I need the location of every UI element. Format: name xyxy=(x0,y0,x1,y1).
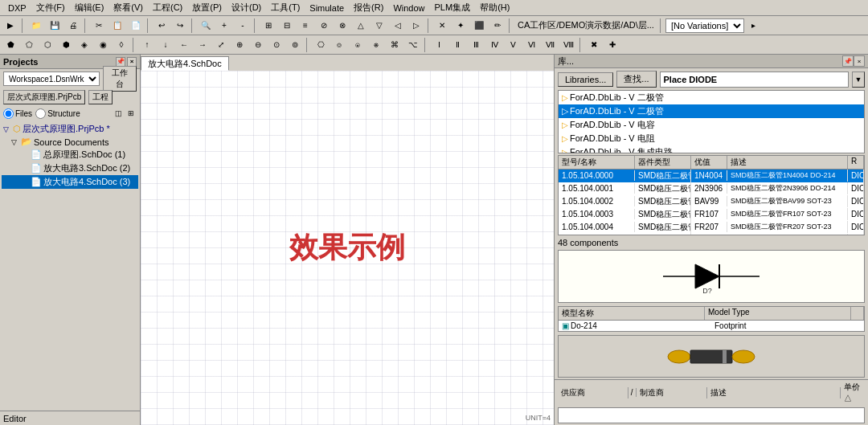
files-radio-label[interactable]: Files xyxy=(3,108,32,119)
search-btn[interactable]: 查找... xyxy=(616,71,656,88)
menu-plm[interactable]: PLM集成 xyxy=(430,0,476,15)
toolbar2-btn-3[interactable]: ⬡ xyxy=(39,37,56,53)
tree-item-sch3[interactable]: 📄 放大电路4.SchDoc (3) xyxy=(2,175,138,189)
toolbar2-btn-10[interactable]: ← xyxy=(175,37,193,53)
toolbar2-btn-1[interactable]: ⬟ xyxy=(2,37,19,53)
toolbar2-btn-11[interactable]: → xyxy=(194,37,211,53)
toolbar2-btn-8[interactable]: ↑ xyxy=(138,37,156,53)
toolbar2-btn-15[interactable]: ⊙ xyxy=(268,37,285,53)
file-icon-2[interactable]: ⊞ xyxy=(125,108,137,119)
toolbar-btn-14[interactable]: ⊟ xyxy=(278,18,296,34)
toolbar-btn-12[interactable]: - xyxy=(234,18,252,34)
toolbar2-btn-18[interactable]: ⌾ xyxy=(330,37,348,53)
panel-pin-btn[interactable]: 📌 xyxy=(116,57,125,67)
libraries-btn[interactable]: Libraries... xyxy=(558,72,613,87)
menu-place[interactable]: 放置(P) xyxy=(187,0,227,15)
menu-help[interactable]: 帮助(H) xyxy=(475,0,514,15)
toolbar-btn-25[interactable]: ✏ xyxy=(489,18,506,34)
toolbar-btn-23[interactable]: ✦ xyxy=(452,18,469,34)
toolbar-btn-6[interactable]: 📋 xyxy=(108,18,126,34)
menu-design[interactable]: 设计(D) xyxy=(227,0,266,15)
menu-window[interactable]: Window xyxy=(388,2,429,14)
tree-item-sch1[interactable]: 📄 总原理图.SchDoc (1) xyxy=(2,148,138,161)
tree-item-sch2[interactable]: 📄 放大电路3.SchDoc (2) xyxy=(2,161,138,175)
toolbar-btn-19[interactable]: ▽ xyxy=(371,18,388,34)
panel-close-btn[interactable]: × xyxy=(127,57,137,67)
toolbar2-btn-32[interactable]: ✚ xyxy=(604,37,621,53)
lib-tree-item-3[interactable]: ▷ ForAD.DbLib - V 电阻 xyxy=(559,132,864,145)
structure-radio[interactable] xyxy=(35,108,46,119)
toolbar2-btn-24[interactable]: Ⅱ xyxy=(448,37,466,53)
menu-view[interactable]: 察看(V) xyxy=(108,0,148,15)
toolbar-btn-26[interactable]: ▸ xyxy=(745,18,763,34)
toolbar2-btn-7[interactable]: ◊ xyxy=(113,37,130,53)
comp-row-3[interactable]: 1.05.104.0003 SMD稳压二极管 FR107 SMD稳压二极管FR1… xyxy=(559,208,864,221)
toolbar2-btn-21[interactable]: ⌘ xyxy=(386,37,403,53)
toolbar2-btn-13[interactable]: ⊕ xyxy=(231,37,248,53)
toolbar2-btn-27[interactable]: Ⅴ xyxy=(504,37,522,53)
menu-simulate[interactable]: Simulate xyxy=(305,2,349,14)
toolbar2-btn-28[interactable]: Ⅵ xyxy=(522,37,540,53)
tab-sch4[interactable]: 放大电路4.SchDoc xyxy=(141,56,229,71)
lib-panel-pin[interactable]: 📌 xyxy=(842,55,854,67)
toolbar-btn-4[interactable]: 🖨 xyxy=(64,18,82,34)
toolbar-btn-15[interactable]: ≡ xyxy=(297,18,314,34)
lib-panel-close[interactable]: × xyxy=(854,55,865,67)
menu-edit[interactable]: 编辑(E) xyxy=(70,0,109,15)
schematic-content[interactable]: 效果示例 UNIT=4 xyxy=(141,71,554,425)
toolbar2-btn-12[interactable]: ⤢ xyxy=(212,37,230,53)
variations-select[interactable]: [No Variations] xyxy=(665,18,744,33)
comp-row-4[interactable]: 1.05.104.0004 SMD稳压二极管 FR207 SMD稳压二极管FR2… xyxy=(559,221,864,234)
toolbar-btn-7[interactable]: 📄 xyxy=(127,18,145,34)
toolbar2-btn-20[interactable]: ⎈ xyxy=(367,37,385,53)
comp-row-5[interactable]: 1.05.104.0005 SMD稳压二极管 J30CA SMD稳压二极管J30… xyxy=(559,234,864,235)
toolbar-btn-22[interactable]: ✕ xyxy=(433,18,451,34)
toolbar-btn-24[interactable]: ⬛ xyxy=(470,18,488,34)
toolbar-btn-3[interactable]: 💾 xyxy=(46,18,63,34)
toolbar2-btn-14[interactable]: ⊖ xyxy=(249,37,267,53)
toolbar2-btn-17[interactable]: ⎔ xyxy=(312,37,330,53)
comp-row-0[interactable]: 1.05.104.0000 SMD稳压二极管 1N4004 SMD稳压二极管1N… xyxy=(559,170,864,182)
lib-tree-item-2[interactable]: ▷ ForAD.DbLib - V 电容 xyxy=(559,118,864,132)
toolbar2-btn-25[interactable]: Ⅲ xyxy=(467,37,485,53)
file-icon-1[interactable]: ◫ xyxy=(113,108,124,119)
menu-report[interactable]: 报告(R) xyxy=(349,0,388,15)
menu-file[interactable]: 文件(F) xyxy=(31,0,70,15)
toolbar2-btn-6[interactable]: ◉ xyxy=(94,37,112,53)
structure-radio-label[interactable]: Structure xyxy=(35,108,80,119)
toolbar-btn-18[interactable]: △ xyxy=(352,18,370,34)
toolbar2-btn-26[interactable]: Ⅳ xyxy=(485,37,503,53)
tree-item-root[interactable]: ▽ ⬡ 层次式原理图.PrjPcb * xyxy=(2,122,138,136)
toolbar2-btn-29[interactable]: Ⅶ xyxy=(541,37,559,53)
lib-tree-item-4[interactable]: ▷ ForAD.DbLib - V 集成电路 xyxy=(559,145,864,153)
project-btn[interactable]: 工程 xyxy=(88,90,113,104)
toolbar2-btn-22[interactable]: ⌥ xyxy=(404,37,422,53)
tree-item-source[interactable]: ▽ 📂 Source Documents xyxy=(2,136,138,148)
toolbar-btn-1[interactable]: ▶ xyxy=(2,18,19,34)
lib-tree-item-1[interactable]: ▷ ForAD.DbLib - V 二极管 xyxy=(559,104,864,118)
toolbar-btn-9[interactable]: ↪ xyxy=(171,18,189,34)
comp-row-2[interactable]: 1.05.104.0002 SMD稳压二极管 BAV99 SMD稳压二极管BAV… xyxy=(559,195,864,208)
toolbar-btn-10[interactable]: 🔍 xyxy=(197,18,215,34)
model-row-0[interactable]: ▣ Do-214 Footprint xyxy=(559,321,864,331)
toolbar-btn-8[interactable]: ↩ xyxy=(153,18,170,34)
toolbar2-btn-5[interactable]: ◈ xyxy=(76,37,93,53)
toolbar-btn-5[interactable]: ✂ xyxy=(90,18,108,34)
toolbar-btn-17[interactable]: ⊗ xyxy=(334,18,351,34)
comp-row-1[interactable]: 1.05.104.0001 SMD稳压二极管 2N3906 SMD稳压二极管2N… xyxy=(559,182,864,195)
toolbar2-btn-31[interactable]: ✖ xyxy=(585,37,603,53)
toolbar-btn-11[interactable]: + xyxy=(215,18,233,34)
toolbar2-btn-30[interactable]: Ⅷ xyxy=(559,37,577,53)
files-radio[interactable] xyxy=(3,108,14,119)
toolbar2-btn-19[interactable]: ⍟ xyxy=(349,37,366,53)
toolbar2-btn-4[interactable]: ⬢ xyxy=(57,37,75,53)
toolbar-btn-2[interactable]: 📁 xyxy=(27,18,45,34)
workspace-dropdown[interactable]: Workspace1.DsnWrk xyxy=(3,72,100,86)
menu-project[interactable]: 工程(C) xyxy=(148,0,187,15)
menu-dxp[interactable]: DXP xyxy=(3,2,31,14)
toolbar-btn-13[interactable]: ⊞ xyxy=(260,18,277,34)
project-hierarchy-btn[interactable]: 层次式原理图.PrjPcb xyxy=(3,90,85,104)
menu-tools[interactable]: 工具(T) xyxy=(266,0,305,15)
lib-tree-item-0[interactable]: ▷ ForAD.DbLib - V 二极管 xyxy=(559,91,864,104)
toolbar-btn-21[interactable]: ▷ xyxy=(407,18,425,34)
